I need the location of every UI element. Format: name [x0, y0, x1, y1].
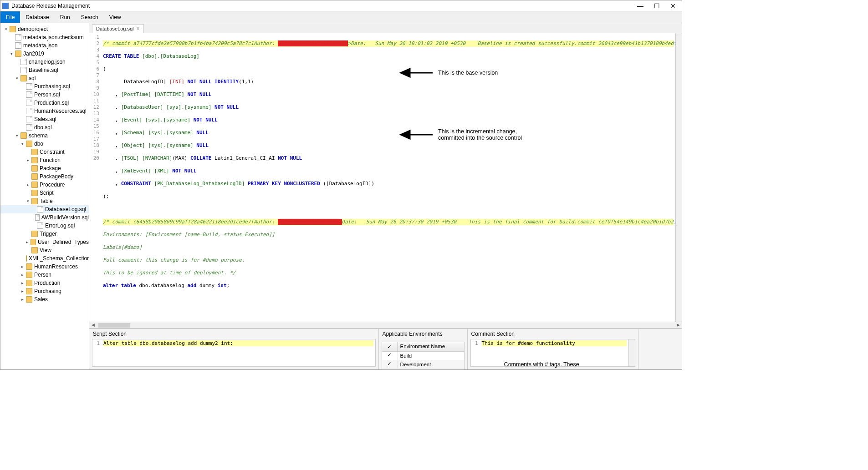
script-section-panel: Script Section 1 Alter table dbo.databas… — [89, 329, 379, 369]
titlebar: Database Release Management — ☐ ✕ — [0, 0, 682, 11]
project-tree[interactable]: ▾demoproject metadata.json.checksum meta… — [0, 23, 89, 369]
tree-file[interactable]: Production.sql — [0, 99, 89, 107]
env-row-development[interactable]: ✓ Development — [382, 360, 464, 369]
env-checkbox[interactable]: ✓ — [382, 360, 398, 369]
tab-databaselog[interactable]: DatabaseLog.sql × — [92, 24, 144, 33]
tab-label: DatabaseLog.sql — [96, 26, 134, 31]
tree-file[interactable]: Sales.sql — [0, 115, 89, 123]
maximize-button[interactable]: ☐ — [653, 2, 661, 10]
tab-close-icon[interactable]: × — [137, 25, 140, 32]
sql-editor[interactable]: 1234567891011121314151617181920 /* commi… — [89, 33, 682, 322]
arrow-left-icon — [397, 128, 434, 142]
tree-folder-demoproject[interactable]: ▾demoproject — [0, 25, 89, 33]
comment-section-panel: Comment Section 1 This is for #demo func… — [468, 329, 638, 369]
tree-folder[interactable]: XML_Schema_Collections — [0, 254, 89, 263]
tree-file[interactable]: HumanResources.sql — [0, 107, 89, 115]
tree-folder[interactable]: Script — [0, 189, 89, 197]
tree-folder[interactable]: ▸Procedure — [0, 181, 89, 189]
comment-vertical-scrollbar[interactable] — [628, 339, 635, 366]
minimize-button[interactable]: — — [636, 2, 644, 10]
tree-folder[interactable]: ▸Purchasing — [0, 287, 89, 295]
environments-table: ✓ Environment Name ✓ Build ✓ Development — [382, 342, 465, 369]
tree-folder[interactable]: ▸HumanResources — [0, 263, 89, 271]
tree-folder[interactable]: ▸Function — [0, 156, 89, 164]
tree-folder-dbo[interactable]: ▾dbo — [0, 140, 89, 148]
tree-folder-jan2019[interactable]: ▾Jan2019 — [0, 50, 89, 58]
env-checkbox[interactable]: ✓ — [382, 352, 398, 360]
tree-folder[interactable]: ▸User_Defined_Types — [0, 238, 89, 246]
tree-folder-sql[interactable]: ▾sql — [0, 74, 89, 82]
menu-database[interactable]: Database — [20, 11, 54, 23]
tree-file-databaselog[interactable]: DatabaseLog.sql — [0, 205, 89, 213]
app-icon — [2, 3, 9, 9]
arrow-left-icon — [397, 66, 434, 80]
annotation-local-change: Local change to bebuilt next — [143, 367, 197, 369]
tree-folder[interactable]: Package — [0, 164, 89, 172]
tree-folder[interactable]: View — [0, 246, 89, 254]
tree-folder[interactable]: PackageBody — [0, 172, 89, 181]
tree-file[interactable]: changelog.json — [0, 58, 89, 66]
editor-tabs: DatabaseLog.sql × — [89, 23, 682, 33]
env-check-header: ✓ — [382, 342, 398, 351]
tree-file[interactable]: Person.sql — [0, 91, 89, 99]
tree-file[interactable]: ErrorLog.sql — [0, 222, 89, 230]
close-button[interactable]: ✕ — [669, 2, 677, 10]
env-row-build[interactable]: ✓ Build — [382, 352, 464, 360]
tree-folder[interactable]: Trigger — [0, 230, 89, 238]
tree-file[interactable]: AWBuildVersion.sql — [0, 213, 89, 222]
tree-file[interactable]: dbo.sql — [0, 123, 89, 131]
tree-file[interactable]: metadata.json — [0, 41, 89, 50]
tree-folder-schema[interactable]: ▾schema — [0, 131, 89, 140]
comment-section-title: Comment Section — [468, 329, 638, 339]
editor-vertical-scrollbar[interactable] — [675, 33, 682, 322]
annotation-comment-tags: Comments with # tags. These tags will be… — [504, 361, 591, 369]
script-editor[interactable]: 1 Alter table dbo.databaselog add dummy2… — [92, 339, 376, 367]
menu-file[interactable]: File — [0, 11, 20, 23]
editor-horizontal-scrollbar[interactable]: ◀ ▶ — [89, 322, 682, 328]
environments-panel: Applicable Environments ✓ Environment Na… — [379, 329, 468, 369]
menu-view[interactable]: View — [104, 11, 127, 23]
tree-folder[interactable]: ▸Production — [0, 279, 89, 287]
window-title: Database Release Management — [11, 3, 636, 9]
editor-code[interactable]: /* commit a74777cfde2e57908b7b1fb4ba7420… — [101, 33, 675, 322]
tree-folder[interactable]: ▸Sales — [0, 295, 89, 303]
action-buttons-panel: Save Validate Undo — [638, 329, 682, 369]
tree-folder[interactable]: ▸Person — [0, 271, 89, 279]
script-section-title: Script Section — [89, 329, 378, 339]
annotation-base-version: This is the base version — [397, 66, 498, 80]
editor-gutter: 1234567891011121314151617181920 — [89, 33, 101, 322]
tree-folder[interactable]: Constraint — [0, 148, 89, 156]
annotation-incremental: This is the incremental change,committed… — [397, 128, 522, 142]
menubar: File Database Run Search View — [0, 11, 682, 23]
menu-run[interactable]: Run — [55, 11, 76, 23]
tree-file[interactable]: Purchasing.sql — [0, 82, 89, 91]
menu-search[interactable]: Search — [76, 11, 104, 23]
tree-file[interactable]: Baseline.sql — [0, 66, 89, 74]
environments-title: Applicable Environments — [379, 329, 467, 339]
tree-folder-table[interactable]: ▾Table — [0, 197, 89, 205]
env-name-header: Environment Name — [398, 342, 464, 351]
tree-file[interactable]: metadata.json.checksum — [0, 33, 89, 41]
